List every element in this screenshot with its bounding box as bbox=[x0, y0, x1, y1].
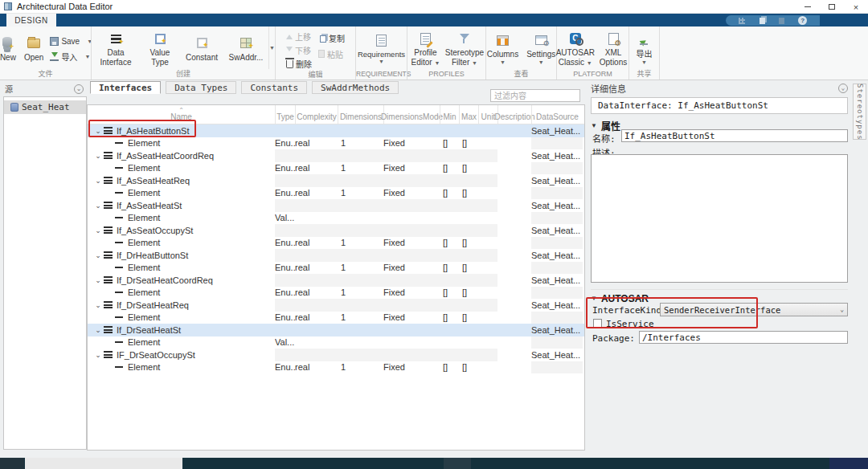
table-cell: 1 bbox=[338, 137, 383, 150]
column-header-dimensions[interactable]: Dimensions bbox=[338, 105, 383, 124]
open-button[interactable]: Open bbox=[23, 35, 45, 63]
expand-chevron-icon[interactable]: ⌄ bbox=[92, 276, 104, 284]
expand-chevron-icon[interactable]: ⌄ bbox=[92, 226, 104, 234]
stereotypes-side-tab[interactable]: Stereotypes bbox=[853, 84, 866, 140]
interface-icon bbox=[104, 326, 113, 333]
constant-button[interactable]: ✦ Constant bbox=[182, 35, 222, 63]
data-interface-button[interactable]: ✦ Data Interface bbox=[93, 30, 138, 67]
table-row[interactable]: ⌄If_AsSeatOccupyStSeat_Heat... bbox=[88, 224, 584, 237]
table-row[interactable]: ⌄IF_DrSeatOccupyStSeat_Heat... bbox=[88, 349, 584, 361]
table-cell bbox=[478, 149, 497, 162]
paste-icon[interactable] bbox=[778, 17, 785, 24]
expand-chevron-icon[interactable]: ⌄ bbox=[92, 251, 104, 259]
package-input[interactable] bbox=[639, 331, 848, 344]
import-icon bbox=[50, 52, 59, 61]
expand-chevron-icon[interactable]: ⌄ bbox=[92, 202, 104, 210]
table-row[interactable]: ElementVal... bbox=[88, 336, 584, 349]
close-button[interactable]: × bbox=[844, 0, 868, 14]
table-row[interactable]: ElementEnu...real1Fixed[][] bbox=[88, 361, 584, 374]
tab-data-types[interactable]: Data Types bbox=[166, 81, 236, 94]
table-row[interactable]: ⌄If_DrSeatHeatCoordReqSeat_Heat... bbox=[88, 274, 584, 287]
details-collapse-icon[interactable]: ⌄ bbox=[838, 84, 848, 93]
expand-chevron-icon[interactable]: ⌄ bbox=[92, 152, 104, 160]
table-cell bbox=[295, 336, 338, 349]
expand-chevron-icon[interactable]: ⌄ bbox=[92, 351, 104, 359]
name-input[interactable] bbox=[621, 129, 848, 142]
table-cell bbox=[459, 212, 478, 225]
minimize-button[interactable] bbox=[796, 0, 820, 14]
table-cell bbox=[383, 149, 440, 162]
autosar-caret-icon: ▼ bbox=[587, 60, 592, 66]
profile-editor-button[interactable]: Profile Editor ▼ bbox=[409, 30, 442, 67]
table-cell bbox=[459, 174, 478, 187]
requirements-caret-icon: ▼ bbox=[379, 59, 384, 64]
move-down-button[interactable]: 下移 bbox=[286, 43, 312, 56]
move-up-button[interactable]: 上移 bbox=[286, 30, 312, 43]
requirements-button[interactable]: Requirements ▼ bbox=[356, 32, 407, 66]
tab-constants[interactable]: Constants bbox=[241, 81, 307, 94]
description-textarea[interactable] bbox=[591, 154, 848, 283]
element-icon bbox=[115, 217, 123, 218]
table-row[interactable]: ElementEnu...real1Fixed[][] bbox=[88, 262, 584, 275]
tree-item-seat-heat[interactable]: Seat_Heat bbox=[4, 100, 86, 114]
xml-options-button[interactable]: ⚙ XML Options bbox=[598, 30, 628, 67]
column-header-datasource[interactable]: DataSource bbox=[531, 105, 583, 124]
table-row[interactable]: ⌄If_DrHeatButtonStSeat_Heat... bbox=[88, 249, 584, 262]
new-button[interactable]: + New bbox=[0, 35, 18, 63]
table-row[interactable]: ⌄If_AsSeatHeatStSeat_Heat... bbox=[88, 199, 584, 212]
table-row[interactable]: ElementEnu...real1Fixed[][] bbox=[88, 312, 584, 324]
value-type-button[interactable]: ✦ Value Type bbox=[141, 30, 178, 67]
settings-button[interactable]: ⚙ Settings ▼ bbox=[525, 31, 557, 66]
paste-button[interactable]: 粘贴 bbox=[318, 47, 345, 60]
table-row[interactable]: ⌄If_AsSeatHeatCoordReqSeat_Heat... bbox=[88, 149, 584, 162]
delete-button[interactable]: 删除 bbox=[286, 57, 312, 70]
save-button[interactable]: Save ▼ bbox=[50, 35, 92, 47]
copy-icon[interactable] bbox=[759, 17, 766, 24]
table-row[interactable]: ElementEnu...real1Fixed[][] bbox=[88, 162, 584, 175]
tab-interfaces[interactable]: Interfaces bbox=[90, 81, 161, 94]
table-cell bbox=[338, 324, 383, 336]
maximize-button[interactable] bbox=[820, 0, 844, 14]
expand-chevron-icon[interactable]: ⌄ bbox=[92, 177, 104, 185]
table-row[interactable]: ElementVal... bbox=[88, 212, 584, 225]
table-cell: Val... bbox=[275, 336, 295, 349]
column-header-type[interactable]: Type bbox=[275, 105, 295, 124]
table-cell bbox=[497, 237, 531, 250]
annotation-box-interface-kind bbox=[586, 297, 758, 328]
tab-design[interactable]: DESIGN bbox=[6, 14, 56, 27]
table-cell bbox=[275, 174, 295, 187]
import-caret-icon[interactable]: ▼ bbox=[84, 54, 90, 59]
column-header-max[interactable]: Max bbox=[459, 105, 478, 124]
table-row[interactable]: ⌄If_DrSeatHeatStSeat_Heat... bbox=[88, 324, 584, 336]
dropdown-chevron-icon: ⌄ bbox=[840, 306, 844, 313]
table-row[interactable]: ⌄If_DrSeatHeatReqSeat_Heat... bbox=[88, 299, 584, 312]
expand-chevron-icon[interactable]: ⌄ bbox=[92, 301, 104, 309]
stereotype-filter-button[interactable]: Stereotype Filter ▼ bbox=[445, 30, 484, 67]
import-button[interactable]: 导入 ▼ bbox=[50, 50, 92, 63]
table-row[interactable]: ElementEnu...real1Fixed[][] bbox=[88, 187, 584, 200]
filter-input[interactable] bbox=[490, 89, 580, 102]
table-cell bbox=[459, 249, 478, 262]
expand-chevron-icon[interactable]: ⌄ bbox=[92, 326, 104, 334]
help-icon[interactable]: ? bbox=[798, 16, 807, 25]
table-cell bbox=[497, 336, 531, 349]
column-header-description[interactable]: Description bbox=[497, 105, 531, 124]
sources-collapse-icon[interactable]: ⌄ bbox=[74, 84, 84, 94]
table-row[interactable]: ElementEnu...real1Fixed[][] bbox=[88, 137, 584, 150]
table-cell: real bbox=[295, 187, 338, 200]
columns-button[interactable]: Columns ▼ bbox=[485, 31, 520, 66]
copy-button[interactable]: 复制 bbox=[318, 31, 345, 44]
export-button[interactable]: 导出 ▼ bbox=[635, 31, 654, 66]
table-row[interactable]: ElementEnu...real1Fixed[][] bbox=[88, 237, 584, 250]
table-row[interactable]: ⌄If_AsSeatHeatReqSeat_Heat... bbox=[88, 174, 584, 187]
column-header-complexity[interactable]: Complexity bbox=[295, 105, 338, 124]
column-header-dimensionsmode[interactable]: DimensionsMode bbox=[383, 105, 440, 124]
swaddr-button[interactable]: ✦ SwAddr... bbox=[225, 35, 267, 63]
element-icon bbox=[115, 316, 123, 318]
layout-grid-icon[interactable] bbox=[739, 17, 746, 24]
create-overflow-button[interactable]: ▼ bbox=[268, 27, 275, 69]
tab-swaddrmethods[interactable]: SwAddrMethods bbox=[312, 81, 399, 94]
column-header-min[interactable]: Min bbox=[440, 105, 459, 124]
autosar-classic-button[interactable]: C AUTOSAR Classic ▼ bbox=[557, 30, 594, 67]
table-row[interactable]: ElementEnu...real1Fixed[][] bbox=[88, 287, 584, 300]
